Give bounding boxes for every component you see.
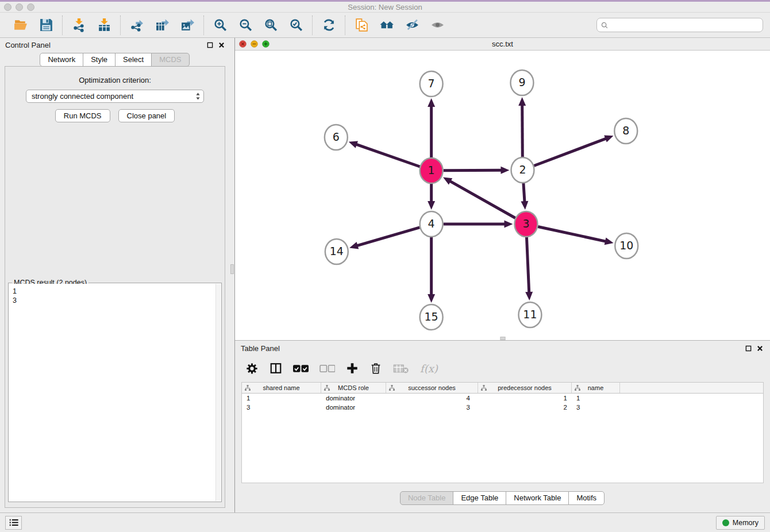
node-table[interactable]: shared nameMCDS rolesuccessor nodesprede… [241, 382, 764, 483]
tab-mcds[interactable]: MCDS [151, 53, 189, 67]
mcds-result-list[interactable]: 1 3 [9, 284, 215, 501]
column-header-successor-nodes[interactable]: successor nodes [386, 383, 478, 393]
graph-edge-3-11[interactable] [525, 237, 533, 300]
save-icon [39, 18, 53, 32]
network-overview-button[interactable] [351, 16, 372, 34]
search-field[interactable] [596, 18, 763, 32]
network-overview-icon [355, 18, 369, 32]
graph-edge-2-9[interactable] [518, 97, 526, 157]
graph-edge-3-10[interactable] [538, 226, 614, 245]
run-mcds-button[interactable]: Run MCDS [55, 109, 110, 122]
graph-node-label: 10 [619, 239, 633, 252]
table-row[interactable]: 3dominator323 [242, 403, 763, 412]
hide-panel-button[interactable] [402, 16, 422, 34]
search-input[interactable] [611, 21, 763, 29]
graph-edge-1-6[interactable] [349, 141, 420, 167]
export-network-button[interactable] [126, 16, 147, 34]
add-column-button[interactable] [346, 362, 359, 375]
graph-node-1[interactable]: 1 [420, 158, 443, 183]
graph-edge-1-2[interactable] [444, 167, 510, 174]
table-cell[interactable]: 3 [242, 404, 321, 411]
table-cell[interactable]: dominator [321, 404, 386, 411]
column-header-name[interactable]: name [572, 383, 620, 393]
graph-edge-4-3[interactable] [444, 221, 513, 228]
graph-edge-1-7[interactable] [428, 98, 435, 157]
graph-node-9[interactable]: 9 [510, 70, 533, 95]
graph-node-6[interactable]: 6 [325, 125, 348, 150]
tab-network[interactable]: Network [40, 53, 83, 67]
tab-node-table[interactable]: Node Table [400, 491, 454, 505]
tab-network-table[interactable]: Network Table [506, 491, 569, 505]
graph-node-15[interactable]: 15 [420, 304, 443, 330]
zoom-fit-button[interactable] [260, 16, 281, 34]
graph-edge-4-14[interactable] [349, 228, 419, 249]
close-view-icon[interactable] [239, 40, 247, 48]
graph-node-2[interactable]: 2 [511, 157, 534, 183]
network-view-window: scc.txt 7968124314101511 [235, 38, 770, 340]
close-panel-button[interactable]: Close panel [118, 109, 175, 122]
zoom-out-button[interactable] [235, 16, 256, 34]
delete-column-button[interactable] [369, 362, 382, 375]
graph-node-3[interactable]: 3 [514, 211, 537, 237]
canvas-splitter-handle[interactable] [500, 337, 505, 340]
table-row[interactable]: 1dominator411 [242, 394, 763, 403]
tab-style[interactable]: Style [83, 53, 116, 67]
unselect-all-columns-button[interactable] [319, 364, 335, 373]
close-panel-icon[interactable] [218, 42, 225, 48]
graph-node-4[interactable]: 4 [420, 211, 443, 237]
import-network-button[interactable] [68, 16, 89, 34]
tab-edge-table[interactable]: Edge Table [453, 491, 506, 505]
graph-edge-2-8[interactable] [534, 135, 613, 165]
close-table-panel-icon[interactable] [757, 345, 763, 352]
table-cell[interactable]: 4 [386, 395, 478, 402]
graph-edge-2-3[interactable] [521, 183, 528, 210]
splitter-handle[interactable] [230, 264, 234, 274]
graph-node-8[interactable]: 8 [614, 118, 637, 144]
tab-select[interactable]: Select [115, 53, 152, 67]
zoom-selected-button[interactable] [286, 16, 306, 34]
delete-table-button[interactable] [393, 363, 409, 374]
graph-node-10[interactable]: 10 [615, 233, 638, 259]
network-canvas[interactable]: 7968124314101511 [235, 51, 770, 340]
import-table-button[interactable] [94, 16, 114, 34]
column-header-mcds-role[interactable]: MCDS role [321, 383, 386, 393]
tab-motifs[interactable]: Motifs [568, 491, 605, 505]
optimization-criterion-select[interactable]: strongly connected component [26, 90, 204, 103]
table-settings-button[interactable] [245, 362, 259, 375]
open-session-button[interactable] [10, 16, 31, 34]
apply-layout-button[interactable] [318, 16, 339, 34]
column-header-predecessor-nodes[interactable]: predecessor nodes [478, 383, 572, 393]
zoom-out-icon [238, 18, 253, 32]
table-cell[interactable]: 1 [242, 395, 321, 402]
column-header-shared-name[interactable]: shared name [242, 383, 321, 393]
export-table-button[interactable] [152, 16, 172, 34]
table-cell[interactable]: 3 [572, 404, 620, 411]
show-panel-button[interactable] [427, 16, 448, 34]
graph-node-11[interactable]: 11 [518, 302, 541, 327]
float-panel-icon[interactable] [207, 42, 213, 48]
home-button[interactable] [376, 16, 397, 34]
zoom-in-button[interactable] [210, 16, 230, 34]
minimize-view-icon[interactable] [251, 40, 258, 48]
panel-splitter[interactable] [230, 38, 234, 512]
zoom-view-icon[interactable] [262, 40, 270, 48]
function-builder-button[interactable]: f(x) [420, 363, 438, 375]
graph-edge-3-1[interactable] [443, 178, 515, 218]
graph-node-14[interactable]: 14 [325, 239, 348, 264]
table-cell[interactable]: 2 [478, 404, 572, 411]
table-cell[interactable]: 1 [572, 395, 620, 402]
graph-node-7[interactable]: 7 [420, 71, 443, 97]
result-scrollbar[interactable] [215, 284, 221, 501]
table-cell[interactable]: 1 [478, 395, 572, 402]
select-all-columns-button[interactable] [293, 364, 309, 373]
graph-edge-4-15[interactable] [428, 237, 435, 303]
column-visibility-button[interactable] [270, 362, 282, 375]
task-history-button[interactable] [5, 516, 22, 530]
save-session-button[interactable] [36, 16, 56, 34]
table-cell[interactable]: dominator [321, 395, 386, 402]
float-table-panel-icon[interactable] [745, 345, 752, 352]
graph-edge-1-4[interactable] [428, 184, 435, 210]
memory-button[interactable]: Memory [716, 516, 765, 530]
table-cell[interactable]: 3 [386, 404, 478, 411]
export-image-button[interactable] [177, 16, 198, 34]
